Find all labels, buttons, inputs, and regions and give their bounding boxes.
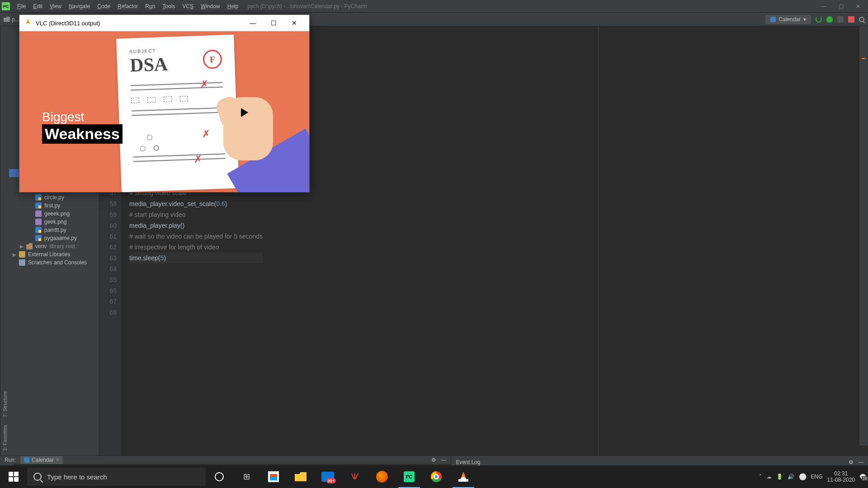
clock[interactable]: 02:31 11-08-2020 xyxy=(827,470,855,483)
tree-item-label: first.py xyxy=(44,202,60,209)
tree-item-external-libraries[interactable]: ▶External Libraries xyxy=(9,250,99,258)
menu-code[interactable]: Code xyxy=(94,3,114,9)
wifi-icon[interactable]: ⚪ xyxy=(799,473,807,480)
left-tool-strip: 2: Favorites 7: Structure xyxy=(0,26,9,455)
paper-title: DSA xyxy=(129,53,168,76)
tree-item-geek-png[interactable]: geek.png xyxy=(9,218,99,226)
tree-item-scratches-and-consoles[interactable]: Scratches and Consoles xyxy=(9,258,99,267)
tree-item-circle-py[interactable]: circle.py xyxy=(9,193,99,202)
window-maximize-button[interactable]: ▢ xyxy=(836,3,845,9)
search-icon xyxy=(33,473,42,481)
python-file-icon xyxy=(35,194,42,201)
structure-tool-button[interactable]: 7: Structure xyxy=(1,389,9,419)
tree-item-label: pygaaame.py xyxy=(44,235,77,241)
menu-help[interactable]: Help xyxy=(224,3,242,9)
mail-icon[interactable]: 99+ xyxy=(314,465,341,488)
title-bar: PC File Edit View Navigate Code Refactor… xyxy=(0,0,868,13)
action-center-icon[interactable]: 💬28 xyxy=(859,474,866,480)
taskbar-search[interactable]: Type here to search xyxy=(27,468,206,486)
tree-item-suffix: library root xyxy=(49,243,75,249)
breadcrumb[interactable]: p... xyxy=(4,16,19,23)
tree-item-venv[interactable]: ▶venv library root xyxy=(9,242,99,250)
debug-icon[interactable] xyxy=(826,16,833,23)
event-log-title: Event Log xyxy=(456,459,480,465)
search-icon[interactable] xyxy=(859,17,864,22)
vlc-video-area[interactable]: SUBJECT DSA F →→→ ✗✗✗ Biggest Weakness xyxy=(19,31,309,192)
tree-item-label: circle.py xyxy=(44,194,64,201)
run-tab[interactable]: Calendar × xyxy=(20,456,63,464)
vlc-window[interactable]: VLC (Direct3D11 output) ― ☐ ✕ SUBJECT DS… xyxy=(19,14,310,192)
pycharm-taskbar-icon[interactable]: PC xyxy=(396,465,423,488)
python-icon xyxy=(770,17,776,22)
close-tab-icon[interactable]: × xyxy=(56,457,59,463)
vlc-title-bar[interactable]: VLC (Direct3D11 output) ― ☐ ✕ xyxy=(19,15,309,31)
menu-window[interactable]: Window xyxy=(197,3,224,9)
file-icon xyxy=(19,259,25,266)
error-stripe-marker[interactable] xyxy=(862,58,865,59)
chevron-down-icon: ▾ xyxy=(803,16,806,23)
search-placeholder: Type here to search xyxy=(47,473,107,481)
language-indicator[interactable]: ENG xyxy=(811,474,823,480)
favorites-tool-button[interactable]: 2: Favorites xyxy=(1,423,9,453)
menu-edit[interactable]: Edit xyxy=(29,3,46,9)
right-tool-strip xyxy=(859,26,868,446)
tree-arrow-icon[interactable]: ▶ xyxy=(20,244,24,249)
store-icon[interactable] xyxy=(260,465,287,488)
vlc-close-button[interactable]: ✕ xyxy=(284,19,305,27)
run-config-selector[interactable]: Calendar ▾ xyxy=(765,15,811,24)
battery-icon[interactable]: 🔋 xyxy=(776,474,783,480)
tree-item-first-py[interactable]: first.py xyxy=(9,202,99,210)
tree-item-label: External Libraries xyxy=(28,251,70,258)
hide-pane-button[interactable]: ― xyxy=(441,457,446,463)
firefox-icon[interactable] xyxy=(368,465,396,488)
folder-icon xyxy=(4,17,10,22)
vlc-text-line1: Biggest xyxy=(42,110,123,124)
vlc-maximize-button[interactable]: ☐ xyxy=(263,19,284,27)
menu-view[interactable]: View xyxy=(46,3,65,9)
vlc-minimize-button[interactable]: ― xyxy=(242,19,263,27)
window-minimize-button[interactable]: ― xyxy=(819,3,828,9)
menu-run[interactable]: Run xyxy=(142,3,159,9)
system-tray: ˄ ☁ 🔋 🔊 ⚪ ENG 02:31 11-08-2020 💬28 xyxy=(759,465,868,488)
clock-time: 02:31 xyxy=(827,470,855,477)
start-button[interactable] xyxy=(0,465,27,488)
coverage-icon[interactable] xyxy=(837,16,844,23)
folder-icon xyxy=(26,243,33,249)
volume-icon[interactable]: 🔊 xyxy=(788,474,794,480)
gear-icon[interactable]: ⚙ xyxy=(849,459,854,465)
pycharm-logo-icon: PC xyxy=(2,2,10,10)
onedrive-icon[interactable]: ☁ xyxy=(766,474,772,480)
tree-arrow-icon[interactable]: ▶ xyxy=(13,252,16,257)
menu-vcs[interactable]: VCS xyxy=(179,3,197,9)
stop-icon[interactable] xyxy=(848,16,854,23)
tree-item-pygaaame-py[interactable]: pygaaame.py xyxy=(9,234,99,242)
file-explorer-icon[interactable] xyxy=(287,465,314,488)
menu-file[interactable]: File xyxy=(14,3,29,9)
clock-date: 11-08-2020 xyxy=(827,477,855,483)
tray-chevron-icon[interactable]: ˄ xyxy=(759,474,762,480)
tree-item-geeek-png[interactable]: geeek.png xyxy=(9,210,99,218)
cortana-icon[interactable] xyxy=(206,465,233,488)
vlc-text-line2: Weakness xyxy=(42,124,123,144)
window-title: pych [D:\pych] - ..\bhuvan\Calendar.py -… xyxy=(247,3,367,9)
tree-item-label: Scratches and Consoles xyxy=(28,259,87,266)
gear-icon[interactable]: ⚙ xyxy=(431,457,436,463)
menu-tools[interactable]: Tools xyxy=(159,3,179,9)
menu-refactor[interactable]: Refactor xyxy=(114,3,142,9)
vlc-taskbar-icon[interactable] xyxy=(450,465,477,488)
python-icon xyxy=(24,457,29,463)
python-file-icon xyxy=(35,235,42,241)
run-config-label: Calendar xyxy=(778,16,801,23)
svg-rect-2 xyxy=(9,477,13,482)
python-file-icon xyxy=(35,227,42,233)
rerun-icon[interactable] xyxy=(816,16,822,23)
chrome-icon[interactable] xyxy=(423,465,450,488)
tree-item-label: geek.png xyxy=(44,219,66,225)
tree-item-painttt-py[interactable]: painttt.py xyxy=(9,226,99,234)
predator-icon[interactable]: Ѱ xyxy=(341,465,368,488)
task-view-icon[interactable]: ⊞ xyxy=(233,465,260,488)
menu-navigate[interactable]: Navigate xyxy=(65,3,94,9)
window-close-button[interactable]: ✕ xyxy=(854,3,863,9)
paper-subject: SUBJECT xyxy=(129,48,156,54)
hide-pane-button[interactable]: ― xyxy=(858,459,863,465)
